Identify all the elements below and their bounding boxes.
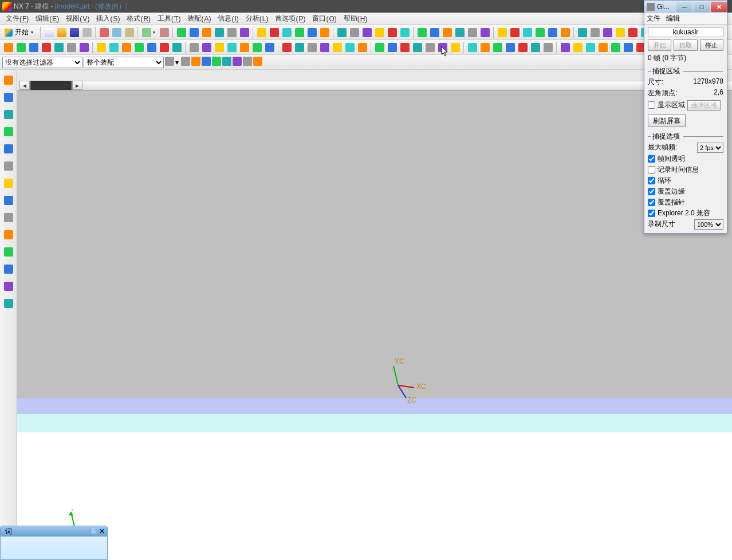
tool-btn-r1-10[interactable] xyxy=(306,27,318,38)
selection-filter-select[interactable]: 没有选择过滤器 xyxy=(2,57,82,68)
tool-btn-r2-18[interactable] xyxy=(239,42,250,53)
tool-btn-r1-29[interactable] xyxy=(560,27,571,38)
tool-btn-r2-36[interactable] xyxy=(479,42,491,53)
cut-button[interactable] xyxy=(99,27,110,38)
copy-button[interactable] xyxy=(111,27,123,38)
left-tab-10[interactable] xyxy=(2,244,15,260)
gif-start-button[interactable]: 开始 xyxy=(648,40,671,51)
tool-btn-r2-30[interactable] xyxy=(399,42,411,53)
menu-help[interactable]: 帮助(H) xyxy=(340,13,371,25)
tool-btn-r2-4[interactable] xyxy=(53,42,65,53)
tool-btn-r2-31[interactable] xyxy=(412,42,423,53)
tool-btn-r2-12[interactable] xyxy=(159,42,170,53)
menu-analysis[interactable]: 分析(L) xyxy=(242,13,272,25)
tool-btn-r1-5[interactable] xyxy=(239,27,250,38)
print-button[interactable] xyxy=(81,27,93,38)
tool-btn-r2-15[interactable] xyxy=(201,42,212,53)
tool-btn-r2-33[interactable] xyxy=(437,42,448,53)
left-tab-11[interactable] xyxy=(2,261,15,277)
refresh-button[interactable]: 刷新屏幕 xyxy=(648,115,686,127)
menu-assembly[interactable]: 装配(A) xyxy=(184,13,214,25)
tool-btn-r1-18[interactable] xyxy=(416,27,428,38)
gif-tool-window[interactable]: Gi... ─ □ ✕ 文件 编辑 开始 抓取 停止 0 帧 (0 字节) 捕捉… xyxy=(644,0,727,234)
sel-tool-7[interactable] xyxy=(233,57,242,68)
new-button[interactable] xyxy=(44,27,55,38)
opt-loop[interactable]: 循环 xyxy=(648,176,723,186)
show-region-check[interactable]: 显示区域 xyxy=(648,100,685,110)
tool-btn-r1-22[interactable] xyxy=(467,27,478,38)
tool-btn-r1-17[interactable] xyxy=(399,27,411,38)
tool-btn-r1-16[interactable] xyxy=(387,27,398,38)
sel-tool-4[interactable] xyxy=(202,57,211,68)
gif-menu-edit[interactable]: 编辑 xyxy=(666,14,680,23)
tool-btn-r1-26[interactable] xyxy=(522,27,533,38)
tool-btn-r2-24[interactable] xyxy=(319,42,330,53)
tool-btn-r1-13[interactable] xyxy=(349,27,360,38)
tool-btn-r1-25[interactable] xyxy=(509,27,521,38)
tool-btn-r2-6[interactable] xyxy=(78,42,90,53)
tool-btn-r1-24[interactable] xyxy=(497,27,508,38)
menu-info[interactable]: 信息(I) xyxy=(214,13,242,25)
tool-btn-r2-35[interactable] xyxy=(467,42,478,53)
tool-btn-r2-28[interactable] xyxy=(374,42,385,53)
close-button[interactable]: ✕ xyxy=(711,2,727,12)
left-tab-12[interactable] xyxy=(2,278,15,294)
tool-btn-r2-19[interactable] xyxy=(251,42,263,53)
tool-btn-r1-15[interactable] xyxy=(374,27,385,38)
tool-btn-r2-17[interactable] xyxy=(226,42,238,53)
tab-scroll-right[interactable]: ► xyxy=(72,81,82,90)
left-tab-6[interactable] xyxy=(2,175,15,191)
tool-btn-r2-16[interactable] xyxy=(214,42,225,53)
tool-btn-r2-29[interactable] xyxy=(387,42,398,53)
tool-btn-r1-32[interactable] xyxy=(602,27,613,38)
save-button[interactable] xyxy=(69,27,80,38)
undo-button[interactable] xyxy=(141,27,152,38)
tool-btn-r2-37[interactable] xyxy=(492,42,503,53)
tool-btn-r1-19[interactable] xyxy=(429,27,440,38)
menu-insert[interactable]: 插入(S) xyxy=(93,13,123,25)
left-tab-13[interactable] xyxy=(2,295,15,311)
record-size-select[interactable]: 100% xyxy=(694,219,723,230)
menu-format[interactable]: 格式(R) xyxy=(123,13,154,25)
tool-btn-r1-3[interactable] xyxy=(214,27,225,38)
tool-btn-r2-34[interactable] xyxy=(450,42,461,53)
left-tab-1[interactable] xyxy=(2,89,15,105)
tool-btn-r1-27[interactable] xyxy=(534,27,546,38)
menu-view[interactable]: 视图(V) xyxy=(62,13,93,25)
tool-btn-r2-7[interactable] xyxy=(96,42,107,53)
maximize-button[interactable]: □ xyxy=(694,2,710,12)
selection-scope-select[interactable]: 整个装配 xyxy=(84,57,164,68)
paste-button[interactable] xyxy=(124,27,135,38)
sel-tool-1[interactable] xyxy=(165,57,174,68)
sel-tool-3[interactable] xyxy=(191,57,200,68)
tool-btn-r1-34[interactable] xyxy=(627,27,639,38)
tool-btn-r2-3[interactable] xyxy=(41,42,52,53)
tool-btn-r1-0[interactable] xyxy=(176,27,187,38)
gif-grab-button[interactable]: 抓取 xyxy=(674,40,697,51)
opt-frame-alpha[interactable]: 帧间透明 xyxy=(648,154,723,164)
tool-btn-r2-27[interactable] xyxy=(357,42,368,53)
tool-btn-r2-46[interactable] xyxy=(610,42,621,53)
left-tab-4[interactable] xyxy=(2,141,15,157)
command-input-panel[interactable]: 词 ⎘ ✕ xyxy=(0,526,108,560)
tool-btn-r2-5[interactable] xyxy=(66,42,77,53)
tool-btn-r2-21[interactable] xyxy=(281,42,293,53)
left-tab-2[interactable] xyxy=(2,107,15,123)
tool-btn-r1-2[interactable] xyxy=(201,27,212,38)
start-button[interactable]: 开始 ▾ xyxy=(2,26,38,38)
tool-btn-r1-12[interactable] xyxy=(336,27,348,38)
menu-window[interactable]: 窗口(O) xyxy=(309,13,340,25)
redo-button[interactable] xyxy=(159,27,170,38)
sel-tool-5[interactable] xyxy=(212,57,221,68)
gif-titlebar[interactable]: Gi... ─ □ ✕ xyxy=(644,1,727,13)
tool-btn-r1-28[interactable] xyxy=(547,27,558,38)
sel-tool-8[interactable] xyxy=(243,57,252,68)
menu-prefs[interactable]: 首选项(P) xyxy=(271,13,309,25)
opt-record-time[interactable]: 记录时间信息 xyxy=(648,165,723,175)
tool-btn-r2-45[interactable] xyxy=(597,42,609,53)
minimize-button[interactable]: ─ xyxy=(676,2,692,12)
tool-btn-r2-0[interactable] xyxy=(3,42,14,53)
tool-btn-r1-6[interactable] xyxy=(256,27,267,38)
tool-btn-r2-25[interactable] xyxy=(332,42,343,53)
tool-btn-r2-20[interactable] xyxy=(264,42,276,53)
